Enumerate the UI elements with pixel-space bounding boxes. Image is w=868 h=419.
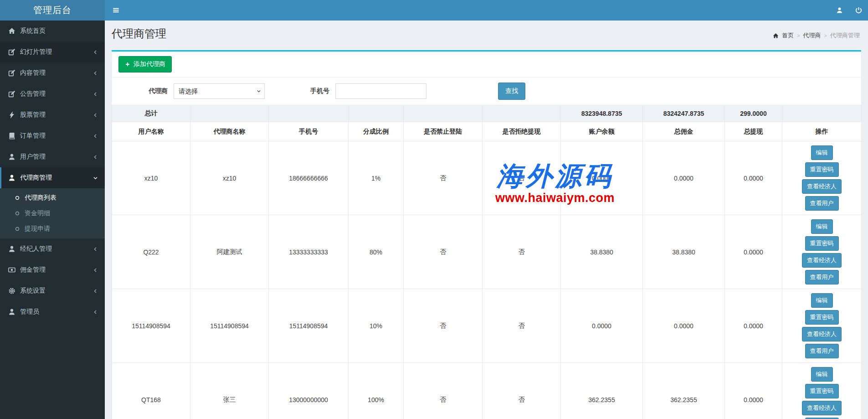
- column-header: 总提现: [725, 122, 782, 141]
- agents-submenu: 代理商列表 资金明细 提现申请: [0, 188, 105, 238]
- edit-button[interactable]: 编辑: [811, 293, 833, 308]
- cell: 15114908594: [112, 289, 190, 363]
- user-icon: [8, 245, 15, 253]
- totals-commission: 8324247.8735: [643, 105, 725, 122]
- view-users-button[interactable]: 查看用户: [805, 344, 839, 358]
- cell: xz10: [112, 141, 190, 215]
- circle-o-icon: [15, 195, 20, 201]
- view-users-button[interactable]: 查看用户: [805, 196, 839, 211]
- view-brokers-button[interactable]: 查看经济人: [802, 253, 842, 268]
- breadcrumb: 首页 > 代理商 > 代理商管理: [773, 31, 860, 40]
- sidebar-item-users[interactable]: 用户管理: [0, 146, 105, 167]
- sidebar-subitem-withdraw-requests[interactable]: 提现申请: [0, 221, 105, 237]
- totals-balance: 8323948.8735: [561, 105, 643, 122]
- view-brokers-button[interactable]: 查看经济人: [802, 179, 842, 194]
- chevron-left-icon: [93, 134, 98, 139]
- cell: 0.0000: [561, 141, 643, 215]
- cell: Q222: [112, 215, 190, 289]
- breadcrumb-separator: >: [797, 33, 800, 38]
- column-header: 代理商名称: [190, 122, 269, 141]
- sidebar-item-label: 幻灯片管理: [20, 48, 52, 56]
- user-icon: [8, 174, 15, 181]
- cell: 阿建测试: [190, 215, 269, 289]
- edit-button[interactable]: 编辑: [811, 367, 833, 382]
- phone-input[interactable]: [335, 83, 426, 99]
- edit-button[interactable]: 编辑: [811, 145, 833, 160]
- reset-password-button[interactable]: 重置密码: [805, 384, 839, 398]
- cell: 38.8380: [561, 215, 643, 289]
- sidebar-item-orders[interactable]: 订单管理: [0, 125, 105, 146]
- breadcrumb-current: 代理商管理: [830, 31, 860, 40]
- add-agent-button[interactable]: 添加代理商: [118, 56, 172, 72]
- cell: 否: [483, 289, 561, 363]
- box-header: 添加代理商: [112, 52, 861, 78]
- sidebar-item-label: 系统首页: [20, 27, 46, 35]
- cell: [269, 105, 349, 122]
- cell: 0.0000: [725, 363, 782, 419]
- cell: [349, 105, 404, 122]
- cell: 否: [404, 141, 483, 215]
- sidebar-item-system-home[interactable]: 系统首页: [0, 21, 105, 41]
- money-icon: [8, 266, 15, 274]
- breadcrumb-section-link[interactable]: 代理商: [803, 31, 821, 40]
- column-header: 是否拒绝提现: [483, 122, 561, 141]
- chevron-left-icon: [93, 50, 98, 55]
- view-brokers-button[interactable]: 查看经济人: [802, 327, 842, 341]
- totals-row: 总计 8323948.8735 8324247.8735 299.0000: [112, 105, 862, 122]
- sidebar-toggle-button[interactable]: [105, 0, 127, 21]
- reset-password-button[interactable]: 重置密码: [805, 236, 839, 251]
- user-menu-button[interactable]: [830, 0, 849, 21]
- search-button[interactable]: 查找: [498, 83, 525, 100]
- gear-icon: [8, 287, 15, 295]
- home-icon: [8, 27, 15, 35]
- reset-password-button[interactable]: 重置密码: [805, 162, 839, 177]
- chevron-left-icon: [93, 310, 98, 315]
- agents-table: 总计 8323948.8735 8324247.8735 299.0000 用户…: [112, 105, 862, 419]
- view-brokers-button[interactable]: 查看经济人: [802, 401, 842, 415]
- cell: 否: [483, 215, 561, 289]
- sidebar-item-agents[interactable]: 代理商管理: [0, 167, 105, 188]
- edit-icon: [8, 90, 15, 98]
- cell: [404, 105, 483, 122]
- edit-button[interactable]: 编辑: [811, 219, 833, 234]
- home-icon: [773, 33, 779, 39]
- cell: 0.0000: [643, 289, 725, 363]
- book-icon: [8, 132, 15, 140]
- cell: [190, 105, 269, 122]
- sidebar: 管理后台 系统首页 幻灯片管理 内容管理 公告管理: [0, 0, 105, 419]
- table-row: QT168 张三 13000000000 100% 否 否 362.2355 3…: [112, 363, 862, 419]
- sidebar-subitem-agent-list[interactable]: 代理商列表: [0, 190, 105, 206]
- actions-cell: 编辑 重置密码 查看经济人 查看用户: [782, 215, 862, 289]
- reset-password-button[interactable]: 重置密码: [805, 310, 839, 325]
- chevron-left-icon: [93, 268, 98, 273]
- circle-o-icon: [15, 226, 20, 232]
- cell: 100%: [349, 363, 404, 419]
- user-icon: [836, 7, 843, 14]
- view-users-button[interactable]: 查看用户: [805, 270, 839, 285]
- chevron-left-icon: [93, 71, 98, 76]
- sidebar-item-label: 用户管理: [20, 153, 46, 161]
- chevron-left-icon: [93, 289, 98, 294]
- column-header: 用户名称: [112, 122, 190, 141]
- sidebar-item-brokers[interactable]: 经纪人管理: [0, 238, 105, 259]
- cell: 否: [483, 141, 561, 215]
- circle-o-icon: [15, 211, 20, 216]
- breadcrumb-home-link[interactable]: 首页: [782, 31, 794, 40]
- table-row: 15114908594 15114908594 15114908594 10% …: [112, 289, 862, 363]
- sidebar-subitem-fund-details[interactable]: 资金明细: [0, 206, 105, 221]
- sidebar-item-slides[interactable]: 幻灯片管理: [0, 41, 105, 62]
- sidebar-item-label: 经纪人管理: [20, 245, 52, 253]
- logout-button[interactable]: [849, 0, 868, 21]
- sidebar-item-content[interactable]: 内容管理: [0, 62, 105, 83]
- sidebar-item-stocks[interactable]: 股票管理: [0, 104, 105, 125]
- sidebar-item-commission[interactable]: 佣金管理: [0, 259, 105, 280]
- column-header: 操作: [782, 122, 862, 141]
- column-header: 账户余额: [561, 122, 643, 141]
- cell: xz10: [190, 141, 269, 215]
- sidebar-item-settings[interactable]: 系统设置: [0, 280, 105, 301]
- sidebar-item-administrators[interactable]: 管理员: [0, 301, 105, 322]
- cell: 10%: [349, 289, 404, 363]
- agent-select[interactable]: 请选择: [174, 83, 265, 99]
- sidebar-item-announcements[interactable]: 公告管理: [0, 83, 105, 104]
- sidebar-subitem-label: 提现申请: [25, 225, 50, 233]
